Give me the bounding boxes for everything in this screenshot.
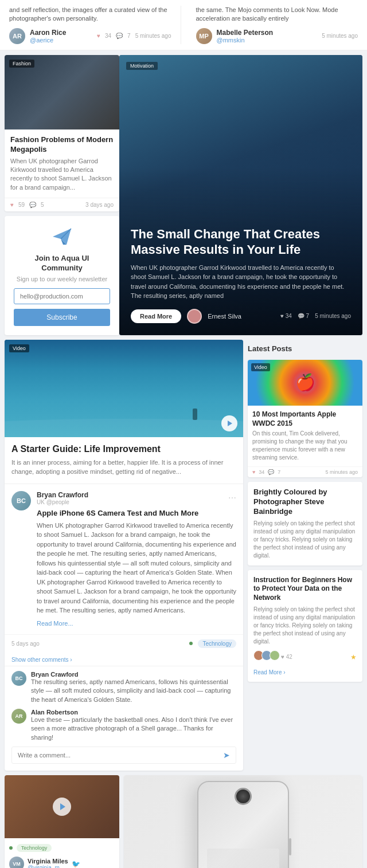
left-comment-text: and self reflection, the images offer a … (9, 6, 171, 23)
big-card-author-name: Ernest Silva (208, 313, 241, 320)
tech-dot-icon (189, 642, 193, 645)
three-dots-menu[interactable]: ⋯ (228, 493, 236, 502)
instruction-avatars (253, 650, 278, 661)
wave-background (5, 340, 243, 437)
article-desc: It is an inner process, aiming for a bet… (11, 458, 236, 477)
left-col-2: Technology VM Virginia Miles @virginia_m… (5, 775, 119, 868)
big-card-read-more-button[interactable]: Read More (131, 309, 181, 323)
video-author-name: Virginia Miles (28, 858, 68, 865)
author-block: BC Bryan Crawford UK @people ⋯ Apple iPh… (5, 484, 243, 634)
video-tag-badge: Video (9, 344, 29, 352)
newsletter-email-input[interactable] (14, 288, 110, 304)
article-author-avatar: BC (11, 491, 31, 510)
small-play-triangle (60, 803, 65, 810)
wwdc-footer: ♥ 34 💬 7 5 minutes ago (248, 466, 362, 477)
right-user-name: Mabelle Peterson (217, 29, 274, 37)
play-triangle-icon (228, 421, 232, 426)
top-grid-section: Fashion Fashion Problems of Modern Megap… (0, 50, 367, 340)
iphone-article-title: Apple iPhone 6S Camera Test and Much Mor… (37, 509, 236, 517)
star-icon: ★ (350, 653, 357, 661)
instruction-read-more[interactable]: Read More › (253, 669, 286, 675)
apple-logo-icon: 🍎 (295, 373, 315, 392)
tech-tag-pill[interactable]: Technology (198, 639, 236, 648)
play-button[interactable] (221, 415, 237, 431)
tag-area: Technology (189, 639, 236, 648)
send-icon[interactable]: ➤ (223, 751, 230, 760)
left-user-handle: @aerice (30, 37, 66, 44)
author-name-row: Bryan Crawford UK @people ⋯ (37, 491, 236, 505)
nexus-camera (235, 788, 252, 805)
left-comments: 💬 7 (116, 33, 131, 39)
comment2-content: Alan Robertson Love these — particularly… (31, 709, 236, 742)
fashion-card-body: Fashion Problems of Modern Megapolis Whe… (5, 129, 119, 198)
read-more-link[interactable]: Read More... (37, 620, 73, 627)
show-comments-row: Show other comments › (5, 653, 243, 666)
left-meta: ♥ 34 💬 7 5 minutes ago (97, 33, 171, 39)
right-avatar-img: MP (196, 28, 212, 44)
wwdc-time: 5 minutes ago (325, 469, 358, 475)
paper-plane-icon (50, 225, 73, 248)
bainbridge-title: Brightly Coloured by Photographer Steve … (253, 488, 357, 517)
article-author-name: Bryan Crawford UK @people (37, 491, 88, 505)
comment1-author: Bryan Crawford (31, 671, 236, 678)
tech-dot-2 (9, 846, 13, 850)
comment2-avatar: AR (11, 709, 26, 724)
right-user-info: Mabelle Peterson @mmskin (217, 29, 274, 44)
write-comment-box[interactable]: ➤ (11, 747, 236, 764)
right-meta: 5 minutes ago (322, 33, 358, 39)
wwdc-likes: 34 (259, 469, 264, 475)
big-card-content: The Small Change That Creates Massive Re… (119, 215, 362, 335)
comment2-author: Alan Robertson (31, 709, 236, 716)
instruction-title: Instruction for Beginners How to Protect… (253, 576, 357, 603)
small-play-button[interactable] (53, 798, 71, 816)
video-author-avatar: VM (9, 857, 24, 868)
article-time: 5 days ago (11, 641, 40, 647)
right-user-handle: @mmskin (217, 37, 274, 44)
big-card-desc: When UK photographer Garrod Kirkwood tra… (131, 263, 351, 301)
small-video-card: Technology VM Virginia Miles @virginia_m… (5, 775, 119, 868)
article-tags-row: 5 days ago Technology (5, 634, 243, 653)
show-comments-link[interactable]: Show other comments › (11, 657, 72, 663)
section2: Technology VM Virginia Miles @virginia_m… (0, 775, 367, 868)
write-comment-input[interactable] (18, 752, 218, 759)
article-main-title: A Starter Guide: Life Improvement (11, 444, 236, 454)
comment-icon: 💬 (116, 33, 123, 39)
instruction-desc: Relying solely on taking the perfect sho… (253, 606, 357, 646)
comment-thread: BC Bryan Crawford The resulting series, … (5, 666, 243, 771)
instruction-footer: ♥ 42 ★ (253, 650, 357, 664)
right-avatar: MP (196, 28, 212, 44)
twitter-icon: 🐦 (72, 860, 80, 868)
article-body: A Starter Guide: Life Improvement It is … (5, 437, 243, 484)
big-card-meta: ♥ 34 💬 7 5 minutes ago (280, 313, 351, 319)
comment-left: and self reflection, the images offer a … (9, 6, 181, 44)
wwdc-comments: 7 (278, 469, 280, 475)
author-block-content: Bryan Crawford UK @people ⋯ Apple iPhone… (37, 491, 236, 627)
motivation-tag: Motivation (126, 62, 158, 70)
nexus-phone-container (197, 781, 289, 868)
wwdc-post: 🍎 Video 10 Most Importants Apple WWDC 20… (248, 360, 362, 477)
top-comments-section: and self reflection, the images offer a … (0, 0, 367, 50)
comment-item-1: BC Bryan Crawford The resulting series, … (11, 671, 236, 704)
nexus-phone (197, 781, 289, 868)
fashion-card-image: Fashion (5, 55, 119, 129)
left-user-name: Aaron Rice (30, 29, 66, 37)
comment1-avatar: BC (11, 671, 26, 686)
fashion-card-footer: ♥ 59 💬 5 3 days ago (5, 198, 119, 211)
wwdc-post-image: 🍎 Video (248, 360, 362, 406)
bainbridge-post: Brightly Coloured by Photographer Steve … (248, 482, 362, 565)
video-author-info: Virginia Miles @virginia_m (28, 858, 68, 868)
subscribe-button[interactable]: Subscribe (14, 309, 110, 326)
nexus-button (289, 838, 291, 855)
left-column: Fashion Fashion Problems of Modern Megap… (5, 55, 119, 335)
big-comment-icon: 💬 7 (298, 313, 309, 319)
big-card-title: The Small Change That Creates Massive Re… (131, 227, 351, 257)
sidebar-header: Latest Posts (248, 340, 362, 355)
heart-icon: ♥ (97, 33, 100, 39)
video-author-handle: @virginia_m (28, 865, 68, 868)
wwdc-post-body: 10 Most Importants Apple WWDC 2015 On th… (248, 406, 362, 466)
nexus-image: ⇧ (124, 775, 362, 868)
comment2-text: Love these — particularly the basketball… (31, 716, 236, 742)
nexus-card: ⇧ Review: Google Nexus 6P There's someth… (124, 775, 362, 868)
fashion-card-title: Fashion Problems of Modern Megapolis (10, 135, 114, 155)
fashion-card: Fashion Fashion Problems of Modern Megap… (5, 55, 119, 211)
